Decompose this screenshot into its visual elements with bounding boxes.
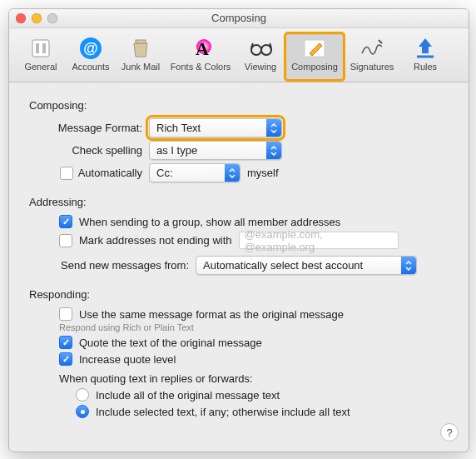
- preferences-window: Composing General @ Accounts Junk Mail: [8, 8, 469, 452]
- trash-icon: [127, 35, 154, 62]
- mark-checkbox[interactable]: [59, 234, 72, 247]
- tab-label: Viewing: [245, 62, 276, 72]
- row-include-all: Include all of the original message text: [76, 388, 450, 402]
- include-all-radio[interactable]: [76, 388, 89, 402]
- select-value: as I type: [156, 144, 197, 157]
- group-label: When sending to a group, show all member…: [79, 216, 340, 228]
- quoting-header: When quoting text in replies or forwards…: [59, 372, 450, 385]
- svg-rect-2: [42, 43, 46, 53]
- row-include-selected: Include selected text, if any; otherwise…: [76, 405, 450, 418]
- row-same-format: Use the same message format as the origi…: [59, 307, 450, 321]
- tab-label: Signatures: [350, 62, 394, 72]
- same-format-sub: Respond using Rich or Plain Text: [59, 322, 450, 332]
- chevron-updown-icon: [266, 142, 281, 159]
- minimize-icon[interactable]: [32, 13, 42, 23]
- tab-composing[interactable]: Composing: [285, 33, 344, 80]
- svg-rect-5: [136, 40, 146, 43]
- check-spelling-select[interactable]: as I type: [149, 141, 282, 160]
- tab-label: Composing: [291, 62, 338, 72]
- send-from-label: Send new messages from:: [34, 259, 189, 272]
- tab-label: Junk Mail: [121, 62, 160, 72]
- at-icon: @: [77, 35, 104, 62]
- select-value: Rich Text: [156, 122, 201, 134]
- rules-icon: [412, 35, 439, 62]
- section-addressing: Addressing:: [29, 196, 450, 208]
- quote-text-label: Quote the text of the original message: [79, 337, 262, 349]
- include-selected-radio[interactable]: [76, 405, 89, 418]
- tab-label: Fonts & Colors: [171, 62, 231, 72]
- svg-rect-1: [36, 43, 39, 53]
- glasses-icon: [247, 35, 274, 62]
- increase-label: Increase quote level: [79, 353, 176, 366]
- mark-label: Mark addresses not ending with: [79, 234, 232, 247]
- row-automatically: Automatically Cc: myself: [34, 163, 450, 182]
- row-send-from: Send new messages from: Automatically se…: [34, 256, 450, 275]
- content-pane: Composing: Message Format: Rich Text Che…: [9, 82, 469, 433]
- quote-text-checkbox[interactable]: [59, 336, 72, 349]
- window-controls: [16, 13, 57, 23]
- check-spelling-label: Check spelling: [34, 144, 142, 157]
- row-check-spelling: Check spelling as I type: [34, 141, 450, 160]
- svg-rect-0: [32, 40, 49, 57]
- signature-icon: [359, 35, 385, 62]
- select-value: Automatically select best account: [203, 259, 363, 272]
- zoom-icon[interactable]: [47, 13, 57, 23]
- toolbar: General @ Accounts Junk Mail A Fonts & C…: [9, 28, 469, 82]
- message-format-select[interactable]: Rich Text: [149, 118, 282, 137]
- section-responding: Responding:: [29, 288, 450, 301]
- tab-label: General: [24, 62, 57, 72]
- automatically-suffix: myself: [247, 167, 279, 179]
- tab-label: Accounts: [72, 62, 109, 72]
- row-increase: Increase quote level: [59, 352, 450, 366]
- section-composing: Composing:: [29, 99, 450, 112]
- tab-label: Rules: [414, 62, 437, 72]
- chevron-updown-icon: [401, 257, 416, 274]
- include-all-label: Include all of the original message text: [96, 389, 280, 402]
- slider-icon: [27, 35, 54, 62]
- tab-fonts-colors[interactable]: A Fonts & Colors: [166, 33, 236, 80]
- window-title: Composing: [211, 12, 266, 24]
- include-selected-label: Include selected text, if any; otherwise…: [96, 406, 350, 418]
- same-format-checkbox[interactable]: [59, 307, 72, 321]
- tab-viewing[interactable]: Viewing: [236, 33, 285, 80]
- automatically-checkbox[interactable]: [60, 167, 73, 180]
- automatically-select[interactable]: Cc:: [149, 163, 240, 182]
- help-button[interactable]: ?: [440, 423, 459, 442]
- chevron-updown-icon: [266, 119, 281, 137]
- svg-text:A: A: [196, 38, 209, 59]
- fonts-colors-icon: A: [187, 35, 214, 62]
- tab-signatures[interactable]: Signatures: [344, 33, 400, 80]
- tab-junk-mail[interactable]: Junk Mail: [116, 33, 166, 80]
- same-format-label: Use the same message format as the origi…: [79, 308, 344, 321]
- select-value: Cc:: [156, 167, 173, 179]
- increase-checkbox[interactable]: [59, 352, 72, 366]
- row-mark: Mark addresses not ending with @example.…: [59, 232, 450, 249]
- message-format-label: Message Format:: [34, 122, 142, 134]
- row-group: When sending to a group, show all member…: [59, 215, 450, 228]
- send-from-select[interactable]: Automatically select best account: [196, 256, 417, 275]
- row-message-format: Message Format: Rich Text: [34, 118, 450, 137]
- automatically-label: Automatically: [78, 167, 142, 179]
- svg-point-9: [261, 45, 271, 55]
- tab-rules[interactable]: Rules: [400, 33, 450, 80]
- tab-accounts[interactable]: @ Accounts: [66, 33, 116, 80]
- row-quote-text: Quote the text of the original message: [59, 336, 450, 349]
- tab-general[interactable]: General: [16, 33, 66, 80]
- group-checkbox[interactable]: [59, 215, 72, 228]
- svg-text:@: @: [83, 40, 98, 57]
- chevron-updown-icon: [225, 164, 240, 182]
- close-icon[interactable]: [16, 13, 26, 23]
- mark-input[interactable]: @example.com, @example.org: [239, 232, 399, 249]
- svg-point-8: [251, 45, 261, 55]
- titlebar: Composing: [9, 9, 469, 28]
- pencil-icon: [301, 35, 328, 62]
